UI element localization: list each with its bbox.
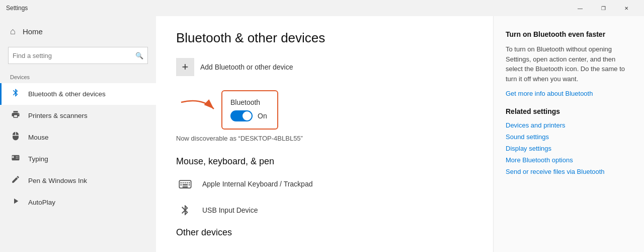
sidebar-item-mouse[interactable]: Mouse	[0, 127, 156, 148]
keyboard-device-icon	[176, 175, 194, 193]
sidebar-home[interactable]: ⌂ Home	[0, 21, 156, 45]
sidebar-item-pen[interactable]: Pen & Windows Ink	[0, 170, 156, 192]
svg-rect-6	[189, 182, 190, 183]
bluetooth-toggle[interactable]	[230, 110, 253, 121]
bluetooth-device-icon	[176, 201, 194, 219]
sidebar-item-typing[interactable]: Typing	[0, 148, 156, 170]
mouse-section-heading: Mouse, keyboard, & pen	[176, 156, 473, 167]
toggle-knob	[243, 111, 252, 120]
search-input[interactable]	[13, 52, 135, 59]
app-body: ⌂ Home 🔍 Devices Bluetooth & other devic…	[0, 16, 644, 252]
add-device-plus-icon: +	[176, 58, 194, 76]
sidebar-item-autoplay[interactable]: AutoPlay	[0, 192, 156, 213]
sidebar-item-bluetooth[interactable]: Bluetooth & other devices	[0, 83, 156, 105]
restore-button[interactable]: ❐	[592, 0, 615, 16]
minimize-button[interactable]: —	[569, 0, 592, 16]
bluetooth-toggle-box: Bluetooth On	[221, 90, 278, 130]
close-button[interactable]: ✕	[615, 0, 638, 16]
svg-rect-3	[183, 182, 184, 183]
faster-title: Turn on Bluetooth even faster	[506, 30, 632, 38]
home-label: Home	[23, 27, 43, 36]
titlebar: Settings — ❐ ✕	[0, 0, 644, 16]
toggle-on-label: On	[258, 112, 267, 120]
svg-rect-7	[181, 184, 182, 185]
svg-rect-9	[189, 184, 190, 185]
autoplay-icon	[10, 197, 21, 208]
typing-icon	[10, 153, 21, 165]
right-panel: Turn on Bluetooth even faster To turn on…	[493, 16, 644, 252]
sidebar-typing-label: Typing	[28, 155, 48, 163]
arrow-graphic	[176, 95, 221, 125]
more-bluetooth-link[interactable]: More Bluetooth options	[506, 156, 632, 164]
sidebar-search-box[interactable]: 🔍	[8, 47, 148, 64]
app-title: Settings	[6, 5, 569, 12]
bluetooth-label: Bluetooth	[230, 98, 267, 106]
get-more-info-link[interactable]: Get more info about Bluetooth	[506, 90, 632, 97]
main-content: Bluetooth & other devices + Add Bluetoot…	[156, 16, 493, 252]
window-controls: — ❐ ✕	[569, 0, 638, 16]
svg-rect-5	[187, 182, 188, 183]
sidebar-pen-label: Pen & Windows Ink	[28, 177, 87, 184]
svg-rect-8	[183, 184, 188, 185]
pen-icon	[10, 175, 21, 186]
search-icon: 🔍	[135, 52, 143, 59]
display-settings-link[interactable]: Display settings	[506, 145, 632, 152]
printer-icon	[10, 110, 21, 121]
sidebar-section-label: Devices	[0, 72, 156, 83]
svg-rect-10	[183, 186, 188, 187]
sidebar-bluetooth-label: Bluetooth & other devices	[28, 90, 106, 98]
sidebar-autoplay-label: AutoPlay	[28, 199, 55, 206]
page-title: Bluetooth & other devices	[176, 30, 473, 46]
add-device-button[interactable]: + Add Bluetooth or other device	[176, 58, 473, 76]
faster-body: To turn on Bluetooth without opening Set…	[506, 44, 632, 84]
send-files-link[interactable]: Send or receive files via Bluetooth	[506, 168, 632, 175]
toggle-row: On	[230, 110, 267, 121]
home-icon: ⌂	[10, 26, 16, 37]
discoverable-text: Now discoverable as “DESKTOP-4BLBL55”	[176, 135, 473, 142]
usb-device-name: USB Input Device	[202, 206, 258, 214]
mouse-icon	[10, 132, 21, 143]
bluetooth-icon	[10, 88, 21, 100]
svg-rect-4	[185, 182, 186, 183]
related-settings-title: Related settings	[506, 107, 632, 115]
sidebar-printers-label: Printers & scanners	[28, 112, 88, 119]
sidebar: ⌂ Home 🔍 Devices Bluetooth & other devic…	[0, 16, 156, 252]
keyboard-device-name: Apple Internal Keyboard / Trackpad	[202, 180, 312, 188]
svg-rect-2	[181, 182, 182, 183]
sound-settings-link[interactable]: Sound settings	[506, 133, 632, 141]
devices-printers-link[interactable]: Devices and printers	[506, 121, 632, 129]
sidebar-mouse-label: Mouse	[28, 134, 49, 141]
sidebar-item-printers[interactable]: Printers & scanners	[0, 105, 156, 127]
other-devices-heading: Other devices	[176, 227, 473, 238]
usb-device-item: USB Input Device	[176, 201, 473, 219]
keyboard-device-item: Apple Internal Keyboard / Trackpad	[176, 175, 473, 193]
add-device-label: Add Bluetooth or other device	[200, 63, 293, 71]
